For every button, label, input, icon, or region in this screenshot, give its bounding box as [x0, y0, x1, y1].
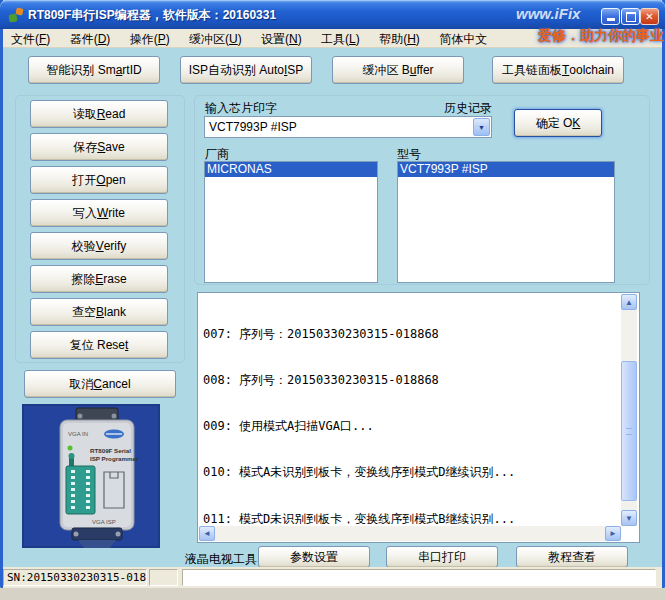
save-button[interactable]: 保存 Save [30, 133, 168, 161]
chip-combo-dropdown[interactable]: ▼ [473, 118, 490, 136]
title-bar: RT809F串行ISP编程器，软件版本：20160331 www.iFix ✕ [0, 0, 665, 29]
progress-bar [182, 569, 656, 586]
chip-input-label: 输入芯片印字 [205, 100, 277, 117]
erase-button[interactable]: 擦除 Erase [30, 265, 168, 293]
smartid-button[interactable]: 智能识别 SmartID [28, 56, 160, 84]
lcd-tv-tools-label: 液晶电视工具 [185, 551, 257, 568]
ok-button[interactable]: 确定 OK [514, 109, 602, 137]
photo-device-line1: RT809F Serial [90, 447, 131, 454]
reset-button[interactable]: 复位 Reset [30, 331, 168, 359]
serial-print-button[interactable]: 串口打印 [386, 546, 498, 568]
log-line: 009: 使用模式A扫描VGA口... [203, 419, 599, 434]
maximize-icon [626, 12, 636, 22]
programmer-photo: VGA IN RT809F Serial ISP Programmer VGA … [22, 404, 160, 548]
scroll-up-icon: ▲ [625, 298, 633, 307]
tutorial-view-button[interactable]: 教程查看 [516, 546, 628, 568]
model-list-item-selected[interactable]: VCT7993P #ISP [398, 162, 614, 177]
log-horizontal-scrollbar[interactable]: ◄ ► [199, 526, 621, 541]
scroll-down-icon: ▼ [625, 514, 633, 523]
menu-help[interactable]: 帮助(H) [371, 29, 428, 48]
log-line: 011: 模式D未识别到板卡，变换线序到模式B继续识别... [203, 512, 599, 524]
photo-device-line2: ISP Programmer [90, 455, 139, 462]
menu-file[interactable]: 文件(F) [3, 29, 58, 48]
buffer-button[interactable]: 缓冲区 Buffer [332, 56, 464, 84]
log-text: 007: 序列号：20150330230315-018868 008: 序列号：… [203, 296, 599, 524]
desktop: RT809F串行ISP编程器，软件版本：20160331 www.iFix ✕ … [0, 0, 665, 600]
scroll-up-button[interactable]: ▲ [621, 294, 637, 310]
app-icon [9, 8, 24, 23]
chevron-down-icon: ▼ [478, 124, 485, 131]
close-icon: ✕ [645, 11, 653, 22]
log-vertical-scrollbar[interactable]: ▲ ▼ [621, 294, 637, 526]
serial-number-panel: SN:20150330230315-018868 [3, 569, 147, 586]
log-line: 007: 序列号：20150330230315-018868 [203, 327, 599, 342]
verify-button[interactable]: 校验 Verify [30, 232, 168, 260]
minimize-button[interactable] [601, 8, 620, 25]
photo-vga-in-label: VGA IN [68, 431, 88, 437]
menu-language[interactable]: 简体中文 [431, 29, 495, 48]
read-button[interactable]: 读取 Read [30, 100, 168, 128]
window-title: RT809F串行ISP编程器，软件版本：20160331 [28, 7, 276, 24]
log-output[interactable]: 007: 序列号：20150330230315-018868 008: 序列号：… [197, 292, 640, 543]
cancel-button[interactable]: 取消 Cancel [24, 370, 176, 398]
parameter-settings-button[interactable]: 参数设置 [258, 546, 370, 568]
minimize-icon [607, 18, 615, 21]
autoisp-button[interactable]: ISP自动识别 AutoISP [180, 56, 312, 84]
open-button[interactable]: 打开 Open [30, 166, 168, 194]
photo-vga-isp-label: VGA ISP [92, 519, 116, 525]
menu-device[interactable]: 器件(D) [62, 29, 119, 48]
blank-button[interactable]: 查空 Blank [30, 298, 168, 326]
scroll-thumb[interactable] [621, 361, 637, 501]
scroll-left-icon: ◄ [203, 529, 211, 538]
watermark-bottom: 爱修．助力你的事业 [538, 27, 664, 45]
menu-tools[interactable]: 工具(L) [313, 29, 368, 48]
manufacturer-list[interactable]: MICRONAS [204, 161, 378, 283]
menu-buffer[interactable]: 缓冲区(U) [181, 29, 250, 48]
manufacturer-list-item-selected[interactable]: MICRONAS [205, 162, 377, 177]
toolchain-button[interactable]: 工具链面板 Toolchain [492, 56, 624, 84]
chip-combo[interactable]: VCT7993P #ISP ▼ [204, 116, 492, 138]
chip-combo-value: VCT7993P #ISP [209, 120, 297, 134]
history-label: 历史记录 [444, 100, 492, 117]
menu-settings[interactable]: 设置(N) [253, 29, 310, 48]
scroll-left-button[interactable]: ◄ [199, 526, 215, 541]
menu-operate[interactable]: 操作(P) [122, 29, 178, 48]
maximize-button[interactable] [621, 8, 640, 25]
status-spacer-panel [149, 569, 178, 586]
watermark-top: www.iFix [516, 5, 580, 22]
scroll-right-icon: ► [609, 529, 617, 538]
model-list[interactable]: VCT7993P #ISP [397, 161, 615, 283]
write-button[interactable]: 写入 Write [30, 199, 168, 227]
scroll-down-button[interactable]: ▼ [621, 510, 637, 526]
log-line: 008: 序列号：20150330230315-018868 [203, 373, 599, 388]
log-line: 010: 模式A未识别到板卡，变换线序到模式D继续识别... [203, 465, 599, 480]
close-button[interactable]: ✕ [640, 8, 659, 25]
scroll-right-button[interactable]: ► [605, 526, 621, 541]
